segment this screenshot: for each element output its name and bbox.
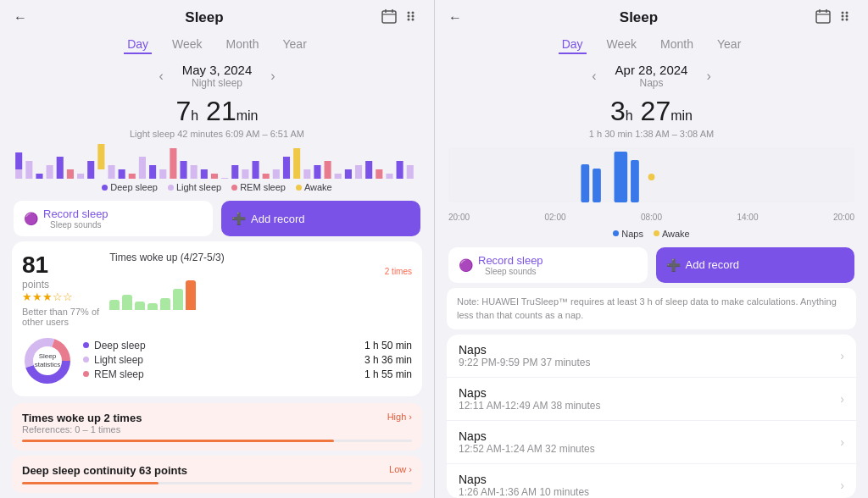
- back-button-left[interactable]: ←: [14, 10, 27, 25]
- svg-rect-24: [149, 165, 156, 179]
- svg-rect-12: [25, 161, 32, 179]
- alert-badge-2[interactable]: Low ›: [389, 464, 412, 474]
- stat-name: Deep sleep: [94, 340, 359, 351]
- svg-point-4: [407, 12, 409, 14]
- svg-rect-46: [376, 169, 382, 179]
- svg-rect-49: [407, 165, 414, 179]
- next-date-right[interactable]: ›: [701, 67, 715, 86]
- legend-dot-naps: [613, 230, 619, 236]
- stat-name: Light sleep: [94, 354, 359, 366]
- svg-point-60: [845, 12, 848, 14]
- tab-year-left[interactable]: Year: [280, 36, 310, 54]
- woke-label: Times woke up (4/27-5/3): [109, 252, 412, 263]
- stat-value: 3 h 36 min: [364, 354, 412, 366]
- nap-list-item[interactable]: Naps 12:11 AM-12:49 AM 38 minutes ›: [447, 378, 856, 421]
- svg-rect-36: [273, 169, 280, 179]
- sleep-duration-left: 7h 21min: [14, 96, 420, 127]
- alert-sub-1: References: 0 – 1 times: [22, 424, 412, 434]
- sleep-sub-right: 1 h 30 min 1:38 AM – 3:08 AM: [448, 129, 854, 139]
- svg-point-7: [411, 12, 414, 14]
- time-axis-5: 20:00: [833, 213, 854, 222]
- tab-day-left[interactable]: Day: [124, 36, 152, 54]
- svg-rect-41: [325, 161, 331, 179]
- calendar-icon-left[interactable]: [381, 8, 397, 27]
- more-icon-right[interactable]: [839, 8, 854, 27]
- svg-rect-33: [242, 169, 248, 179]
- woke-bar-item: [160, 298, 170, 310]
- back-button-right[interactable]: ←: [448, 10, 462, 25]
- calendar-icon-right[interactable]: [815, 8, 831, 27]
- nap-info-card: Note: HUAWEI TruSleep™ requires at least…: [447, 288, 856, 329]
- nap-item-time: 12:52 AM-1:24 AM 32 minutes: [459, 443, 595, 455]
- svg-rect-28: [191, 165, 198, 179]
- record-sub-right: Sleep sounds: [478, 267, 543, 276]
- page-title-right: Sleep: [620, 9, 658, 26]
- record-label-block-right: Record sleep Sleep sounds: [478, 254, 543, 276]
- add-icon-right: ➕: [666, 258, 681, 272]
- prev-date-left[interactable]: ‹: [153, 67, 168, 86]
- nap-item-time: 9:22 PM-9:59 PM 37 minutes: [459, 357, 590, 368]
- add-record-button-right[interactable]: ➕ Add record: [656, 247, 855, 283]
- more-icon-left[interactable]: [405, 8, 420, 27]
- legend-right: Naps Awake: [435, 225, 868, 242]
- nap-list-item[interactable]: Naps 12:52 AM-1:24 AM 32 minutes ›: [447, 421, 856, 464]
- legend-label-deep-left: Deep sleep: [110, 182, 158, 192]
- nap-chevron-icon: ›: [840, 435, 844, 449]
- alert-badge-1[interactable]: High ›: [387, 412, 412, 422]
- alert-progress-fill-2: [22, 482, 159, 484]
- svg-rect-13: [36, 174, 42, 179]
- svg-rect-48: [397, 161, 403, 179]
- tab-week-right[interactable]: Week: [604, 36, 641, 54]
- woke-bar-item: [147, 303, 158, 310]
- stat-row-item: Deep sleep 1 h 50 min: [83, 340, 412, 351]
- svg-point-5: [407, 15, 409, 18]
- next-date-left[interactable]: ›: [265, 67, 280, 86]
- svg-rect-25: [159, 169, 166, 179]
- record-sleep-button-left[interactable]: 🟣 Record sleep Sleep sounds: [14, 201, 213, 236]
- action-buttons-left: 🟣 Record sleep Sleep sounds ➕ Add record: [0, 196, 434, 241]
- score-top-left: 81 points ★★★☆☆ Better than 77% of other…: [22, 252, 412, 327]
- stat-value: 1 h 55 min: [364, 368, 412, 380]
- prev-date-right[interactable]: ‹: [587, 67, 601, 86]
- page-title-left: Sleep: [185, 9, 223, 26]
- svg-rect-22: [129, 174, 136, 179]
- svg-rect-65: [593, 169, 601, 202]
- record-sleep-button-right[interactable]: 🟣 Record sleep Sleep sounds: [448, 247, 648, 283]
- sleep-sub-left: Light sleep 42 minutes 6:09 AM – 6:51 AM: [14, 129, 420, 139]
- legend-label-naps: Naps: [621, 229, 643, 239]
- date-text-left: May 3, 2024: [182, 63, 253, 77]
- woke-bars: [109, 276, 412, 310]
- alert-progress-1: [22, 440, 412, 442]
- tab-day-right[interactable]: Day: [559, 36, 587, 54]
- score-right-block: Times woke up (4/27-5/3) 2 times: [109, 252, 412, 327]
- svg-rect-43: [345, 169, 352, 179]
- svg-point-57: [841, 12, 843, 14]
- stat-dot: [83, 357, 89, 362]
- svg-rect-38: [293, 148, 300, 179]
- tab-week-left[interactable]: Week: [169, 36, 206, 54]
- sleep-min-unit-left: min: [236, 108, 259, 123]
- legend-dot-rem-left: [231, 185, 237, 191]
- woke-bar-item: [109, 300, 120, 310]
- legend-awake-right: Awake: [654, 229, 690, 239]
- svg-point-6: [407, 19, 409, 21]
- tab-month-right[interactable]: Month: [657, 36, 697, 54]
- donut-label-left: Sleep statistics: [35, 352, 61, 368]
- nap-list-item[interactable]: Naps 1:26 AM-1:36 AM 10 minutes ›: [447, 464, 856, 498]
- nap-list-item[interactable]: Naps 9:22 PM-9:59 PM 37 minutes ›: [447, 335, 856, 378]
- nap-item-label: Naps: [459, 429, 595, 443]
- tab-month-left[interactable]: Month: [223, 36, 263, 54]
- svg-rect-18: [87, 161, 94, 179]
- nap-list: Naps 9:22 PM-9:59 PM 37 minutes › Naps 1…: [447, 335, 856, 498]
- add-record-button-left[interactable]: ➕ Add record: [221, 201, 420, 236]
- stat-rows-left: Deep sleep 1 h 50 min Light sleep 3 h 36…: [83, 340, 412, 383]
- sleep-minutes-left: 21: [206, 96, 236, 126]
- date-text-right: Apr 28, 2024: [615, 63, 688, 77]
- nap-item-content: Naps 12:11 AM-12:49 AM 38 minutes: [459, 386, 600, 412]
- nap-chart-right: 20:00 02:00 08:00 14:00 20:00: [442, 144, 861, 225]
- tab-year-right[interactable]: Year: [714, 36, 744, 54]
- nap-chevron-icon: ›: [840, 479, 844, 492]
- date-center-right: Apr 28, 2024 Naps: [615, 63, 688, 89]
- svg-rect-29: [201, 169, 208, 179]
- woke-bar-item: [122, 295, 132, 310]
